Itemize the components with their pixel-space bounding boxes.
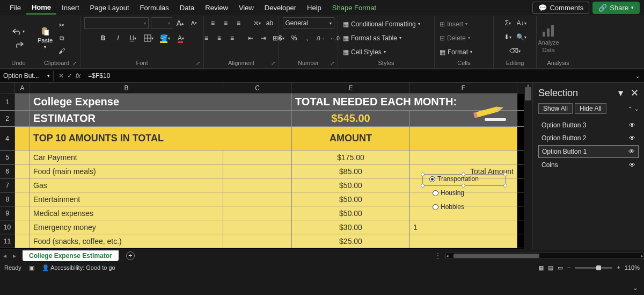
increase-font-button[interactable]: A▴ — [174, 17, 186, 29]
cell-styles-button[interactable]: ▦Cell Styles▾ — [341, 46, 387, 58]
italic-button[interactable]: I — [112, 32, 124, 44]
collapse-ribbon-button[interactable]: ⌄ — [632, 283, 639, 292]
col-header-b[interactable]: B — [30, 83, 223, 93]
accessibility-status[interactable]: 👤 Accessibility: Good to go — [42, 264, 115, 271]
cell-item-name[interactable]: Car Payment — [30, 150, 223, 164]
paste-button[interactable]: Paste▾ — [36, 27, 54, 49]
tab-data[interactable]: Data — [174, 2, 200, 14]
cell[interactable] — [15, 164, 30, 178]
selection-pane-item[interactable]: Coins👁 — [538, 159, 639, 171]
cell[interactable] — [15, 111, 30, 126]
underline-button[interactable]: U▾ — [127, 32, 139, 44]
tab-file[interactable]: File — [4, 2, 26, 14]
new-sheet-button[interactable]: + — [126, 251, 135, 260]
cell-f[interactable]: 1 — [410, 220, 517, 234]
row-header[interactable]: 2 — [0, 111, 15, 126]
eye-icon[interactable]: 👁 — [629, 121, 635, 129]
cell-item-amount[interactable]: $30.00 — [292, 220, 410, 234]
number-format-select[interactable]: General▾ — [283, 17, 334, 29]
col-header-e[interactable]: E — [292, 83, 410, 93]
chevron-down-icon[interactable]: ▾ — [47, 73, 50, 78]
cell-f[interactable] — [410, 234, 517, 248]
borders-button[interactable]: ▾ — [142, 32, 155, 44]
row-header[interactable]: 1 — [0, 93, 15, 110]
taskpane-menu-button[interactable]: ▾ — [618, 88, 623, 98]
align-center-button[interactable]: ≡ — [214, 32, 225, 44]
comma-format-button[interactable]: , — [301, 32, 313, 44]
cell-f[interactable] — [410, 150, 517, 164]
cell[interactable] — [15, 150, 30, 164]
enter-formula-button[interactable]: ✓ — [67, 72, 72, 80]
decrease-font-button[interactable]: A▾ — [188, 17, 200, 29]
cell[interactable] — [223, 206, 292, 220]
font-size-select[interactable]: ▾ — [151, 17, 172, 29]
option-button-housing[interactable]: Housing — [433, 189, 464, 197]
macro-record-icon[interactable]: ▣ — [29, 264, 34, 271]
col-header-a[interactable]: A — [15, 83, 30, 93]
col-header-f[interactable]: F — [410, 83, 517, 93]
cell-item-name[interactable]: Medical expenses — [30, 206, 223, 220]
find-select-button[interactable]: 🔍▾ — [515, 31, 528, 43]
tab-insert[interactable]: Insert — [56, 2, 85, 14]
selection-pane-item[interactable]: Option Button 3👁 — [538, 119, 639, 131]
fill-button[interactable]: ⬇▾ — [502, 31, 514, 43]
cell[interactable] — [15, 192, 30, 206]
cut-button[interactable]: ✂ — [56, 19, 68, 31]
sheet-tab[interactable]: College Expense Estimator — [23, 250, 119, 261]
decrease-indent-button[interactable]: ⇤ — [245, 32, 257, 44]
launcher-icon[interactable]: ⤢ — [72, 60, 77, 66]
option-button-transportation[interactable]: Transportation — [429, 175, 479, 183]
sort-filter-button[interactable]: A↓▾ — [515, 17, 528, 29]
name-box[interactable]: Option But...▾ — [0, 71, 54, 81]
select-all-corner[interactable] — [0, 83, 15, 93]
cell-item-name[interactable]: Food (main meals) — [30, 164, 223, 178]
row-header[interactable]: 4 — [0, 127, 15, 150]
cell-item-name[interactable]: Emergency money — [30, 220, 223, 234]
font-family-select[interactable]: ▾ — [84, 17, 149, 29]
cell-item-amount[interactable]: $50.00 — [292, 192, 410, 206]
clear-button[interactable]: ⌫▾ — [508, 45, 522, 57]
eye-icon[interactable]: 👁 — [629, 134, 635, 142]
row-header[interactable]: 6 — [0, 164, 15, 178]
view-page-break-button[interactable]: ▭ — [558, 264, 563, 271]
eye-icon[interactable]: 👁 — [629, 161, 635, 169]
send-backward-button[interactable]: ⌄ — [634, 106, 639, 112]
cell[interactable] — [223, 220, 292, 234]
show-all-button[interactable]: Show All — [538, 103, 573, 114]
hide-all-button[interactable]: Hide All — [575, 103, 606, 114]
cell[interactable] — [223, 164, 292, 178]
orientation-button[interactable]: ⤭▾ — [251, 17, 263, 29]
comments-button[interactable]: 💬Comments — [532, 2, 589, 14]
cell[interactable] — [15, 93, 30, 110]
cell-amount-header[interactable]: AMOUNT — [292, 127, 410, 150]
cell-item-name[interactable]: Food (snacks, coffee, etc.) — [30, 234, 223, 248]
cell-item-amount[interactable]: $50.00 — [292, 178, 410, 192]
vertical-scrollbar[interactable]: ▴ — [524, 83, 532, 249]
cell[interactable] — [15, 127, 30, 150]
percent-format-button[interactable]: % — [288, 32, 300, 44]
sheet-nav-next[interactable]: ▸ — [10, 252, 19, 260]
cell-item-name[interactable]: Gas — [30, 178, 223, 192]
accounting-format-button[interactable]: $▾ — [275, 32, 287, 44]
increase-indent-button[interactable]: ⇥ — [258, 32, 269, 44]
cell-title-1[interactable]: College Expense — [30, 93, 292, 110]
zoom-level[interactable]: 110% — [625, 264, 640, 271]
close-pane-button[interactable]: ✕ — [631, 88, 639, 98]
cancel-formula-button[interactable]: ✕ — [58, 72, 64, 80]
bring-forward-button[interactable]: ⌃ — [628, 106, 632, 112]
cell-item-name[interactable]: Entertainment — [30, 192, 223, 206]
cell[interactable] — [410, 127, 517, 150]
row-header[interactable]: 11 — [0, 234, 15, 248]
row-header[interactable]: 9 — [0, 206, 15, 220]
eye-icon[interactable]: 👁 — [628, 148, 635, 155]
format-as-table-button[interactable]: ▦Format as Table▾ — [341, 32, 403, 44]
row-header[interactable]: 5 — [0, 150, 15, 164]
format-painter-button[interactable]: 🖌 — [56, 45, 68, 57]
zoom-in-button[interactable]: + — [617, 264, 620, 271]
tab-developer[interactable]: Developer — [259, 2, 302, 14]
tab-split-handle[interactable]: ⋮ — [430, 252, 445, 260]
align-bottom-button[interactable]: ≡ — [233, 17, 245, 29]
copy-button[interactable]: ⧉ — [56, 32, 68, 44]
delete-cells-button[interactable]: ⊟Delete▾ — [438, 32, 472, 44]
undo-button[interactable]: ▾ — [11, 26, 26, 38]
